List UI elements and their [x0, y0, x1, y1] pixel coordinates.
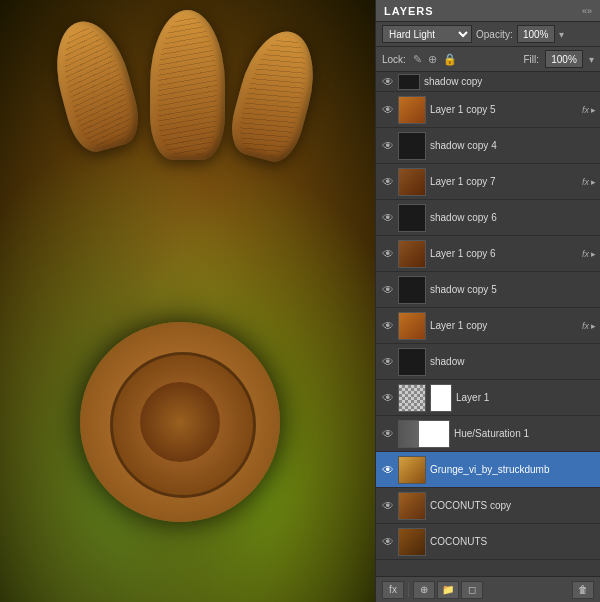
layer-chevron[interactable]: ▸: [591, 249, 596, 259]
opacity-label: Opacity:: [476, 29, 513, 40]
blend-mode-select[interactable]: Hard Light: [382, 25, 472, 43]
layer-chevron[interactable]: ▸: [591, 321, 596, 331]
layer-row[interactable]: 👁 COCONUTS: [376, 524, 600, 560]
fx-badge: fx: [582, 105, 589, 115]
layer-row[interactable]: 👁 shadow copy: [376, 72, 600, 92]
fx-icon: fx: [389, 584, 397, 595]
layer-thumbnail: [398, 348, 426, 376]
blend-mode-row: Hard Light Opacity: ▾: [376, 22, 600, 47]
layer-name: COCONUTS copy: [430, 500, 596, 511]
new-group-button[interactable]: 📁: [437, 581, 459, 599]
layer-thumbnail: [398, 384, 426, 412]
new-layer-button[interactable]: ◻: [461, 581, 483, 599]
visibility-icon[interactable]: 👁: [380, 282, 396, 298]
visibility-icon[interactable]: 👁: [380, 426, 396, 442]
lock-position-btn[interactable]: ⊕: [427, 53, 438, 66]
folder-icon: 📁: [442, 584, 454, 595]
layer-row[interactable]: 👁 shadow copy 6: [376, 200, 600, 236]
layer-name: shadow: [430, 356, 596, 367]
fx-button[interactable]: fx: [382, 581, 404, 599]
layer-name: shadow copy: [424, 76, 596, 87]
layer-name: Layer 1 copy 6: [430, 248, 580, 259]
layers-toolbar: fx ⊕ 📁 ◻ 🗑: [376, 576, 600, 602]
layer-thumbnail: [398, 204, 426, 232]
canvas-area: [0, 0, 375, 602]
layer-row[interactable]: 👁 Layer 1 copy 7 fx ▸: [376, 164, 600, 200]
trash-icon: 🗑: [578, 584, 588, 595]
layer-name: shadow copy 4: [430, 140, 596, 151]
layer-name: Layer 1 copy 5: [430, 104, 580, 115]
layer-thumbnail: [398, 276, 426, 304]
visibility-icon[interactable]: 👁: [380, 318, 396, 334]
layer-row[interactable]: 👁 shadow: [376, 344, 600, 380]
layer-row[interactable]: 👁 Layer 1 copy 5 fx ▸: [376, 92, 600, 128]
panel-title: LAYERS: [384, 5, 434, 17]
layer-thumbnail: [398, 240, 426, 268]
layer-row[interactable]: 👁 shadow copy 4: [376, 128, 600, 164]
fill-label: Fill:: [523, 54, 539, 65]
layer-thumbnail: [398, 132, 426, 160]
layer-name: Grunge_vi_by_struckdumb: [430, 464, 596, 475]
layer-row[interactable]: 👁 Layer 1 copy fx ▸: [376, 308, 600, 344]
fill-input[interactable]: [545, 50, 583, 68]
layer-name: Layer 1: [456, 392, 596, 403]
layer-name: COCONUTS: [430, 536, 596, 547]
layer-thumbnail: [398, 456, 426, 484]
visibility-icon[interactable]: 👁: [380, 138, 396, 154]
layer-row[interactable]: 👁 COCONUTS copy: [376, 488, 600, 524]
lock-pixels-btn[interactable]: ✎: [412, 53, 423, 66]
delete-layer-button[interactable]: 🗑: [572, 581, 594, 599]
layer-row[interactable]: 👁 shadow copy 5: [376, 272, 600, 308]
layer-row[interactable]: 👁 Layer 1 copy 6 fx ▸: [376, 236, 600, 272]
coconut-spiral: [80, 322, 280, 522]
visibility-icon[interactable]: 👁: [380, 462, 396, 478]
lock-label: Lock:: [382, 54, 406, 65]
lock-icons-group: ✎ ⊕ 🔒: [412, 53, 458, 66]
visibility-icon[interactable]: 👁: [380, 246, 396, 262]
layer-row[interactable]: 👁 Layer 1: [376, 380, 600, 416]
layer-thumbnail: [398, 528, 426, 556]
visibility-icon[interactable]: 👁: [380, 498, 396, 514]
adjustment-icon: ⊕: [420, 584, 428, 595]
panel-header: LAYERS «»: [376, 0, 600, 22]
visibility-icon[interactable]: 👁: [380, 390, 396, 406]
lock-all-btn[interactable]: 🔒: [442, 53, 458, 66]
layer-thumbnail: [398, 74, 420, 90]
new-adjustment-button[interactable]: ⊕: [413, 581, 435, 599]
layer-row[interactable]: 👁 Hue/Saturation 1: [376, 416, 600, 452]
visibility-icon[interactable]: 👁: [380, 74, 396, 90]
layer-thumbnail: [398, 96, 426, 124]
opacity-input[interactable]: [517, 25, 555, 43]
lock-row: Lock: ✎ ⊕ 🔒 Fill: ▾: [376, 47, 600, 72]
layer-thumbnail: [398, 168, 426, 196]
layer-chevron[interactable]: ▸: [591, 177, 596, 187]
layer-thumbnail: [398, 420, 450, 448]
layer-thumbnail: [398, 492, 426, 520]
visibility-icon[interactable]: 👁: [380, 102, 396, 118]
fx-badge: fx: [582, 177, 589, 187]
opacity-arrows[interactable]: ▾: [559, 29, 564, 40]
layer-name: Layer 1 copy: [430, 320, 580, 331]
toolbar-separator: [408, 583, 409, 597]
fx-badge: fx: [582, 249, 589, 259]
layer-name: shadow copy 6: [430, 212, 596, 223]
layer-mask-thumbnail: [430, 384, 452, 412]
new-layer-icon: ◻: [468, 584, 476, 595]
fill-arrows[interactable]: ▾: [589, 54, 594, 65]
visibility-icon[interactable]: 👁: [380, 174, 396, 190]
layer-chevron[interactable]: ▸: [591, 105, 596, 115]
layers-panel: LAYERS «» Hard Light Opacity: ▾ Lock: ✎ …: [375, 0, 600, 602]
layer-row-active[interactable]: 👁 Grunge_vi_by_struckdumb: [376, 452, 600, 488]
layer-thumbnail: [398, 312, 426, 340]
layer-name: shadow copy 5: [430, 284, 596, 295]
layers-list[interactable]: 👁 shadow copy 👁 Layer 1 copy 5 fx ▸ 👁 sh…: [376, 72, 600, 576]
layer-name: Layer 1 copy 7: [430, 176, 580, 187]
panel-collapse-btn[interactable]: «»: [582, 6, 592, 16]
fx-badge: fx: [582, 321, 589, 331]
coconut-finger-2: [150, 10, 225, 160]
visibility-icon[interactable]: 👁: [380, 210, 396, 226]
layer-name: Hue/Saturation 1: [454, 428, 596, 439]
visibility-icon[interactable]: 👁: [380, 534, 396, 550]
visibility-icon[interactable]: 👁: [380, 354, 396, 370]
